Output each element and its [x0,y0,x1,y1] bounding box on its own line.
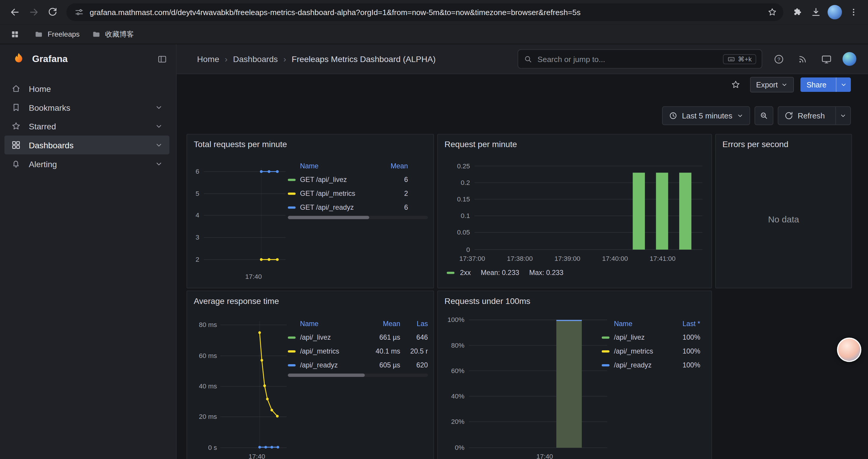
series-color-dash [288,350,296,352]
browser-reload-button[interactable] [43,3,62,22]
breadcrumb: Home Dashboards Freeleaps Metrics Dashbo… [197,54,436,64]
legend-header-name[interactable]: Name [300,320,362,327]
bookmark-folder-freeleaps[interactable]: Freeleaps [34,30,80,38]
share-button[interactable]: Share [800,77,851,92]
legend-header-name[interactable]: Name [300,162,372,169]
y-tick: 0.05 [448,229,470,236]
kiosk-monitor-icon[interactable] [819,51,834,66]
panel-title[interactable]: Average response time [187,291,433,306]
sidebar-item-bookmarks[interactable]: Bookmarks [4,98,169,117]
legend-header-last[interactable]: Las [405,320,428,327]
apps-grid-icon[interactable] [8,27,22,41]
share-button-main[interactable]: Share [800,77,833,92]
chevron-down-icon [781,81,788,88]
legend-row[interactable]: GET /api/_metrics 2 [288,186,428,200]
under-100ms-chart[interactable] [469,316,607,452]
browser-profile-avatar[interactable] [828,5,842,20]
y-tick: 40% [440,392,464,400]
refresh-button[interactable]: Refresh [778,106,850,125]
legend-row[interactable]: GET /api/_livez 6 [288,173,428,187]
browser-back-button[interactable] [6,3,25,22]
series-color-dash [288,364,296,366]
panel-title[interactable]: Request per minute [438,134,711,149]
chevron-down-icon[interactable] [155,122,163,130]
legend-row[interactable]: /api/_readyz 100% [602,358,701,372]
y-tick: 60% [440,367,464,374]
legend-scrollbar[interactable] [288,216,428,219]
bookmark-star-icon[interactable] [765,4,780,20]
chevron-down-icon[interactable] [155,103,163,111]
breadcrumb-dashboards[interactable]: Dashboards [233,54,278,64]
panel-title[interactable]: Errors per second [716,134,851,149]
chevron-down-icon[interactable] [155,160,163,167]
x-tick: 17:38:00 [502,255,537,262]
zoom-out-button[interactable] [754,106,773,125]
refresh-button-main[interactable]: Refresh [778,107,831,125]
time-controls: Last 5 minutes Refresh [662,106,851,125]
sidebar-item-alerting[interactable]: Alerting [4,155,169,173]
scrollbar-thumb[interactable] [288,374,365,377]
floating-assistant-avatar[interactable] [837,338,861,362]
total-requests-chart[interactable] [204,168,286,265]
time-range-picker[interactable]: Last 5 minutes [662,106,750,125]
average-response-chart[interactable] [220,321,287,454]
browser-forward-button[interactable] [24,3,43,22]
scrollbar-thumb[interactable] [288,216,369,219]
legend-scrollbar[interactable] [288,374,428,377]
chevron-down-icon[interactable] [155,141,163,149]
legend-row[interactable]: /api/_livez 100% [602,330,701,345]
y-tick: 6 [188,168,199,175]
panel-title[interactable]: Total requests per minute [187,134,433,149]
bell-icon [11,159,21,169]
downloads-icon[interactable] [807,3,826,22]
panel-requests-under-100ms: Requests under 100ms 100% 80% 60% 40% 20… [437,291,712,459]
legend-row[interactable]: GET /api/_readyz 6 [288,200,428,214]
bookmark-label: 收藏博客 [105,29,134,39]
legend-header-mean[interactable]: Mean [376,162,408,169]
breadcrumb-home[interactable]: Home [197,54,219,64]
dashboards-grid-icon [11,140,21,150]
export-button[interactable]: Export [750,77,794,92]
refresh-interval-toggle[interactable] [835,107,850,125]
x-tick: 17:40 [527,453,562,459]
bookmark-icon [11,102,21,112]
x-tick: 17:39:00 [550,255,585,262]
y-tick: 0.2 [448,179,470,186]
extensions-icon[interactable] [788,3,807,22]
refresh-icon [784,111,793,120]
grafana-logo-icon[interactable] [11,52,26,66]
bookmark-folder-blogs[interactable]: 收藏博客 [92,29,134,39]
x-tick: 17:40 [236,273,271,281]
favorite-star-icon[interactable] [728,77,743,92]
legend-row[interactable]: /api/_metrics 40.1 ms 20.5 r [288,344,428,358]
legend-row[interactable]: /api/_metrics 100% [602,344,701,358]
folder-icon [34,30,43,38]
sidebar-item-starred[interactable]: Starred [4,117,169,136]
panel-title[interactable]: Requests under 100ms [438,291,711,306]
legend-header-mean[interactable]: Mean [366,320,400,327]
series-color-dash [288,336,296,338]
news-rss-icon[interactable] [795,51,810,66]
user-avatar[interactable] [843,52,857,66]
request-per-minute-chart[interactable] [474,162,703,254]
url-text[interactable]: grafana.mathmast.com/d/deytv4rwavabkb/fr… [90,8,759,17]
address-bar[interactable]: grafana.mathmast.com/d/deytv4rwavabkb/fr… [66,3,783,21]
legend-header-last[interactable]: Last * [672,320,700,327]
site-info-icon[interactable] [74,7,84,17]
legend-row[interactable]: /api/_livez 661 µs 646 [288,330,428,345]
legend-row[interactable]: /api/_readyz 605 µs 620 [288,358,428,372]
share-dropdown-toggle[interactable] [836,77,851,92]
sidebar-item-dashboards[interactable]: Dashboards [4,136,169,155]
browser-menu-icon[interactable] [844,3,863,22]
legend-header-name[interactable]: Name [614,320,667,327]
sidebar-collapse-icon[interactable] [157,54,167,64]
sidebar-item-home[interactable]: Home [4,79,169,98]
legend-series-name[interactable]: 2xx [460,269,471,277]
y-tick: 0.15 [448,195,470,203]
sidebar-item-label: Home [29,84,51,93]
sidebar-nav: Home Bookmarks Starred Dashboards [0,79,176,173]
search-input[interactable]: Search or jump to... ⌘+k [518,49,762,69]
brand-title: Grafana [32,54,151,64]
sidebar: Grafana Home Bookmarks Starred [0,44,177,459]
help-icon[interactable] [771,51,786,66]
